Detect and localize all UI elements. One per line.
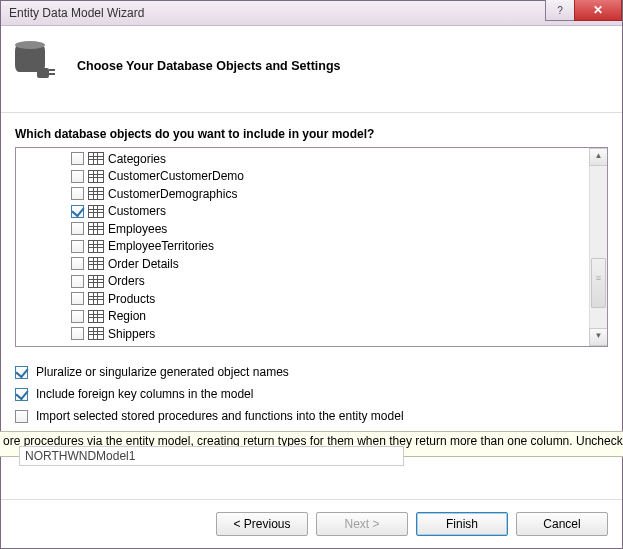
tree-item-label: Region	[108, 309, 146, 323]
close-button[interactable]: ✕	[574, 0, 622, 21]
window-title: Entity Data Model Wizard	[9, 6, 144, 20]
tree-item-label: EmployeeTerritories	[108, 239, 214, 253]
tree-item[interactable]: Region	[71, 308, 607, 326]
checkbox-icon[interactable]	[71, 327, 84, 340]
table-icon	[88, 275, 104, 288]
previous-button[interactable]: < Previous	[216, 512, 308, 536]
tree-item[interactable]: EmployeeTerritories	[71, 238, 607, 256]
scrollbar[interactable]: ▲ ▼	[589, 148, 607, 346]
tree-item[interactable]: Employees	[71, 220, 607, 238]
page-title: Choose Your Database Objects and Setting…	[77, 59, 341, 73]
checkbox-icon[interactable]	[15, 366, 28, 379]
table-icon	[88, 152, 104, 165]
option-label: Import selected stored procedures and fu…	[36, 409, 404, 423]
checkbox-icon[interactable]	[71, 275, 84, 288]
namespace-input[interactable]	[19, 446, 404, 466]
tree-item[interactable]: CustomerDemographics	[71, 185, 607, 203]
option-foreign-keys[interactable]: Include foreign key columns in the model	[15, 383, 608, 405]
table-icon	[88, 292, 104, 305]
objects-tree[interactable]: CategoriesCustomerCustomerDemoCustomerDe…	[15, 147, 608, 347]
checkbox-icon[interactable]	[71, 222, 84, 235]
tree-item-label: Orders	[108, 274, 145, 288]
table-icon	[88, 170, 104, 183]
options-group: Pluralize or singularize generated objec…	[15, 361, 608, 427]
checkbox-icon[interactable]	[15, 410, 28, 423]
wizard-body: Choose Your Database Objects and Setting…	[1, 26, 622, 449]
checkbox-icon[interactable]	[71, 170, 84, 183]
tree-item[interactable]: Orders	[71, 273, 607, 291]
tree-item-label: Shippers	[108, 327, 155, 341]
database-icon	[15, 44, 59, 88]
button-row: < Previous Next > Finish Cancel	[1, 499, 622, 548]
title-bar: Entity Data Model Wizard ? ✕	[1, 1, 622, 26]
option-stored-procs[interactable]: Import selected stored procedures and fu…	[15, 405, 608, 427]
table-icon	[88, 240, 104, 253]
tree-item-label: Employees	[108, 222, 167, 236]
option-label: Pluralize or singularize generated objec…	[36, 365, 289, 379]
tree-item-label: CustomerCustomerDemo	[108, 169, 244, 183]
checkbox-icon[interactable]	[15, 388, 28, 401]
tree-list: CategoriesCustomerCustomerDemoCustomerDe…	[16, 148, 607, 345]
checkbox-icon[interactable]	[71, 292, 84, 305]
scroll-thumb[interactable]	[591, 258, 606, 308]
checkbox-icon[interactable]	[71, 187, 84, 200]
table-icon	[88, 222, 104, 235]
table-icon	[88, 205, 104, 218]
tree-item-label: Customers	[108, 204, 166, 218]
tree-item[interactable]: CustomerCustomerDemo	[71, 168, 607, 186]
window-controls: ? ✕	[546, 0, 622, 21]
table-icon	[88, 327, 104, 340]
prompt-label: Which database objects do you want to in…	[15, 127, 608, 141]
table-icon	[88, 257, 104, 270]
checkbox-icon[interactable]	[71, 257, 84, 270]
finish-button[interactable]: Finish	[416, 512, 508, 536]
tree-item[interactable]: Order Details	[71, 255, 607, 273]
checkbox-icon[interactable]	[71, 310, 84, 323]
help-button[interactable]: ?	[545, 0, 575, 21]
scroll-down-button[interactable]: ▼	[589, 328, 608, 346]
wizard-window: Entity Data Model Wizard ? ✕ Choose Your…	[0, 0, 623, 549]
tree-item[interactable]: Categories	[71, 150, 607, 168]
option-label: Include foreign key columns in the model	[36, 387, 253, 401]
checkbox-icon[interactable]	[71, 152, 84, 165]
tree-item-label: CustomerDemographics	[108, 187, 237, 201]
separator	[1, 112, 622, 113]
option-pluralize[interactable]: Pluralize or singularize generated objec…	[15, 361, 608, 383]
cancel-button[interactable]: Cancel	[516, 512, 608, 536]
table-icon	[88, 310, 104, 323]
checkbox-icon[interactable]	[71, 240, 84, 253]
checkbox-icon[interactable]	[71, 205, 84, 218]
tree-item[interactable]: Shippers	[71, 325, 607, 343]
tree-item-label: Order Details	[108, 257, 179, 271]
tree-item[interactable]: Customers	[71, 203, 607, 221]
scroll-up-button[interactable]: ▲	[589, 148, 608, 166]
tree-item[interactable]: Products	[71, 290, 607, 308]
tree-item-label: Products	[108, 292, 155, 306]
next-button[interactable]: Next >	[316, 512, 408, 536]
tree-item-label: Categories	[108, 152, 166, 166]
wizard-header: Choose Your Database Objects and Setting…	[15, 36, 608, 96]
table-icon	[88, 187, 104, 200]
